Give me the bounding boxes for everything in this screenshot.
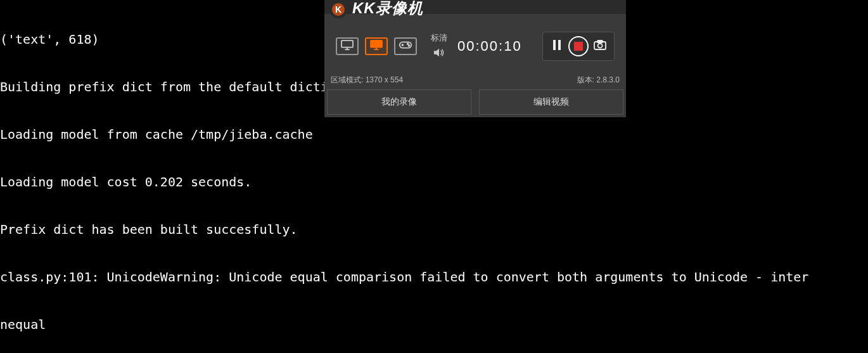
- screenshot-button[interactable]: [591, 37, 609, 55]
- svg-point-9: [407, 43, 409, 44]
- camera-icon: [594, 40, 606, 53]
- region-monitor-icon: [369, 39, 383, 53]
- terminal-line: Loading model from cache /tmp/jieba.cach…: [0, 127, 868, 143]
- svg-rect-12: [553, 40, 556, 50]
- recording-timer: 00:00:10: [457, 38, 533, 55]
- region-mode-button[interactable]: [365, 37, 388, 55]
- region-mode-status: 区域模式: 1370 x 554: [331, 75, 403, 86]
- record-mode-group: [336, 37, 417, 55]
- svg-marker-11: [434, 49, 439, 57]
- terminal-line: class.py:101: UnicodeWarning: Unicode eq…: [0, 269, 868, 285]
- recording-controls: [542, 32, 615, 61]
- edit-video-button[interactable]: 编辑视频: [479, 89, 623, 115]
- game-mode-button[interactable]: [394, 37, 417, 55]
- recorder-titlebar[interactable]: K KK录像机: [324, 0, 626, 14]
- version-status: 版本: 2.8.3.0: [577, 75, 620, 86]
- svg-rect-13: [558, 40, 561, 50]
- monitor-icon: [340, 39, 354, 53]
- terminal-line: nequal: [0, 317, 868, 333]
- sound-icon[interactable]: [433, 48, 445, 60]
- svg-rect-0: [341, 41, 353, 48]
- pause-icon: [552, 40, 561, 53]
- terminal-line: Prefix dict has been built succesfully.: [0, 222, 868, 238]
- gamepad-icon: [399, 39, 412, 53]
- svg-rect-3: [371, 41, 382, 48]
- stop-icon: [574, 42, 583, 51]
- fullscreen-mode-button[interactable]: [336, 37, 359, 55]
- screen-recorder-panel[interactable]: K KK录像机: [324, 0, 626, 117]
- my-recordings-button[interactable]: 我的录像: [327, 89, 471, 115]
- recorder-title: KK录像机: [352, 0, 423, 18]
- quality-label[interactable]: 标清: [431, 32, 447, 44]
- svg-point-10: [409, 45, 410, 46]
- stop-record-button[interactable]: [568, 36, 589, 56]
- pause-button[interactable]: [548, 37, 566, 55]
- terminal-line: Loading model cost 0.202 seconds.: [0, 174, 868, 190]
- recorder-logo-icon: K: [329, 1, 347, 18]
- svg-point-15: [598, 44, 603, 48]
